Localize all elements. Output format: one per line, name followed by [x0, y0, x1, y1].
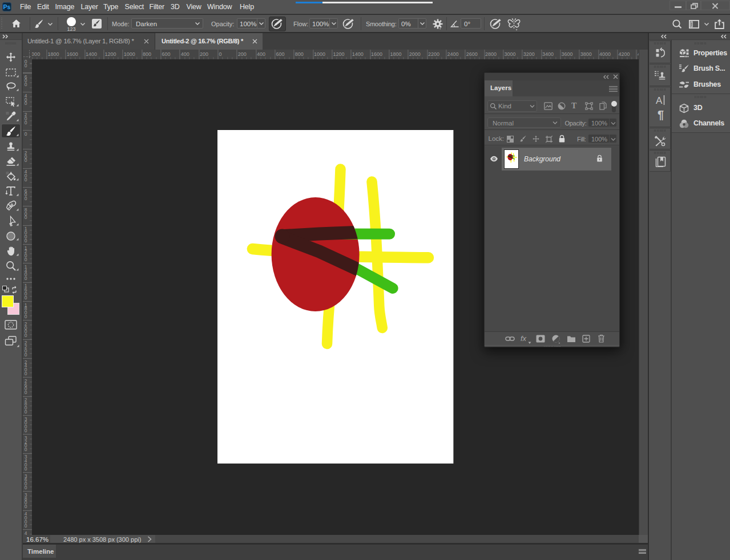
svg-text:A: A	[656, 95, 663, 106]
